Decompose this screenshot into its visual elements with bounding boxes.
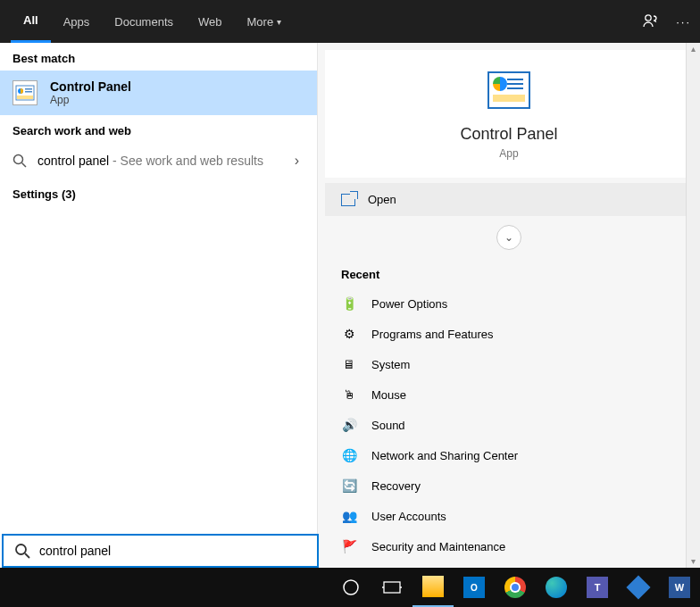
programs-icon: ⚙: [341, 326, 357, 342]
scroll-up-icon[interactable]: ▴: [687, 43, 700, 55]
web-search-result[interactable]: control panel - See work and web results…: [0, 143, 317, 179]
result-subtitle: App: [50, 94, 131, 106]
recent-item[interactable]: 👥User Accounts: [325, 501, 693, 531]
security-icon: 🚩: [341, 538, 357, 554]
svg-point-10: [344, 580, 358, 595]
search-icon: [14, 543, 30, 559]
teams-icon[interactable]: T: [577, 568, 618, 607]
result-title: Control Panel: [50, 79, 131, 94]
svg-rect-3: [25, 88, 32, 90]
results-panel: Best match Control Panel App Search work…: [0, 43, 317, 568]
outlook-icon[interactable]: O: [454, 568, 495, 607]
control-panel-icon: [12, 80, 38, 105]
recent-item[interactable]: 🔄Recovery: [325, 470, 693, 501]
best-match-result[interactable]: Control Panel App: [0, 71, 317, 115]
visual-studio-icon[interactable]: [618, 568, 659, 607]
svg-point-6: [14, 155, 23, 164]
settings-results[interactable]: Settings (3): [0, 179, 317, 210]
open-icon: [341, 194, 355, 206]
search-input[interactable]: [39, 544, 306, 558]
recent-item[interactable]: 🔋Power Options: [325, 288, 693, 319]
recent-item[interactable]: 🌐Network and Sharing Center: [325, 440, 693, 470]
preview-card: Control Panel App: [325, 50, 693, 178]
chevron-right-icon: ›: [295, 153, 299, 169]
scrollbar[interactable]: ▴ ▾: [686, 43, 700, 568]
tab-documents[interactable]: Documents: [102, 0, 186, 43]
preview-subtitle: App: [325, 147, 693, 160]
preview-title: Control Panel: [325, 125, 693, 144]
tab-apps[interactable]: Apps: [51, 0, 103, 43]
task-view-icon[interactable]: [371, 568, 412, 607]
open-action[interactable]: Open: [325, 183, 693, 216]
search-bar: [2, 534, 319, 568]
search-filter-tabs: All Apps Documents Web More▾ ···: [0, 0, 700, 43]
preview-panel: Control Panel App Open ⌄ Recent 🔋Power O…: [317, 43, 700, 568]
feedback-icon[interactable]: [642, 12, 660, 30]
edge-icon[interactable]: [536, 568, 577, 607]
web-query: control panel: [38, 154, 109, 168]
recent-item[interactable]: 🚩Security and Maintenance: [325, 531, 693, 561]
tab-web[interactable]: Web: [186, 0, 235, 43]
cortana-icon[interactable]: [330, 568, 371, 607]
svg-line-7: [22, 163, 27, 168]
word-icon[interactable]: W: [659, 568, 700, 607]
tab-all[interactable]: All: [11, 0, 51, 43]
recent-heading: Recent: [325, 259, 693, 288]
sound-icon: 🔊: [341, 417, 357, 433]
recent-item[interactable]: 🖥System: [325, 349, 693, 379]
open-label: Open: [368, 193, 396, 206]
web-hint: - See work and web results: [109, 154, 263, 168]
chrome-icon[interactable]: [495, 568, 536, 607]
control-panel-large-icon: [488, 71, 530, 109]
best-match-heading: Best match: [0, 43, 317, 71]
taskbar: O T W: [0, 568, 700, 607]
recovery-icon: 🔄: [341, 478, 357, 494]
svg-rect-11: [384, 582, 400, 593]
svg-point-8: [16, 545, 26, 554]
svg-rect-4: [25, 91, 32, 93]
svg-rect-5: [17, 96, 33, 99]
search-icon: [12, 154, 27, 168]
search-web-heading: Search work and web: [0, 115, 317, 143]
users-icon: 👥: [341, 508, 357, 524]
expand-button[interactable]: ⌄: [496, 225, 521, 250]
more-options-icon[interactable]: ···: [676, 15, 691, 29]
recent-item[interactable]: 🔊Sound: [325, 410, 693, 440]
svg-line-9: [25, 553, 29, 558]
file-explorer-icon[interactable]: [412, 568, 454, 607]
power-icon: 🔋: [341, 295, 357, 312]
recent-item[interactable]: ⚙Programs and Features: [325, 319, 693, 349]
svg-point-0: [646, 15, 651, 21]
tab-more[interactable]: More▾: [235, 0, 295, 43]
chevron-down-icon: ▾: [277, 17, 281, 27]
network-icon: 🌐: [341, 447, 357, 463]
recent-item[interactable]: 🖱Mouse: [325, 379, 693, 410]
scroll-down-icon[interactable]: ▾: [687, 555, 700, 568]
mouse-icon: 🖱: [341, 387, 357, 403]
system-icon: 🖥: [341, 356, 357, 372]
